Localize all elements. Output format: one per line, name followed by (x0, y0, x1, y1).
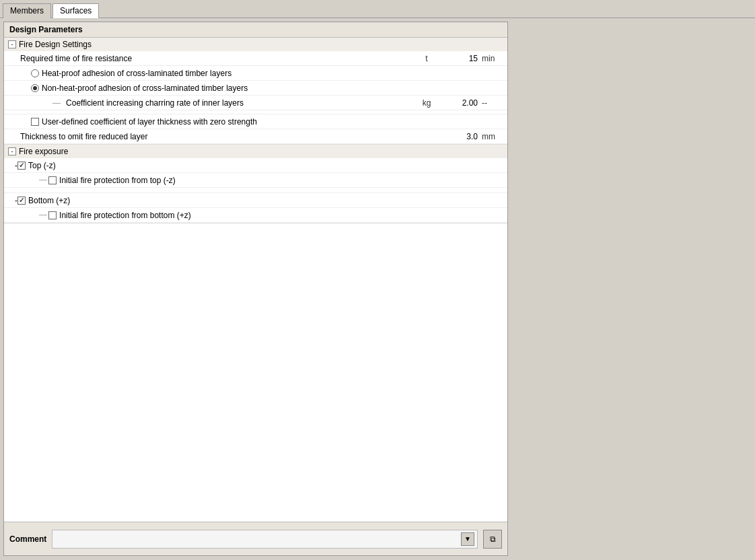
comment-input-area: ▼ (52, 530, 478, 549)
bottom-subsection-header[interactable]: - Bottom (+z) (4, 193, 507, 208)
fire-protection-bottom-row[interactable]: ── Initial fire protection from bottom (… (4, 208, 507, 223)
comment-input[interactable] (55, 534, 461, 544)
heat-proof-row[interactable]: Heat-proof adhesion of cross-laminated t… (4, 66, 507, 81)
top-checkbox[interactable] (17, 162, 26, 170)
right-area (511, 18, 755, 559)
user-defined-coeff-checkbox[interactable] (31, 118, 39, 126)
tree-line-top: ── (39, 176, 47, 184)
bottom-checkbox[interactable] (17, 197, 26, 205)
tabs-bar: Members Surfaces (0, 0, 755, 18)
left-panel: Design Parameters - Fire Design Settings… (3, 22, 508, 556)
top-subsection-header[interactable]: - Top (-z) (4, 158, 507, 173)
charring-rate-row: ── Coefficient increasing charring rate … (4, 96, 507, 110)
fire-protection-top-row[interactable]: ── Initial fire protection from top (-z) (4, 173, 507, 188)
fire-exposure-header[interactable]: - Fire exposure (4, 145, 507, 158)
comment-copy-btn[interactable]: ⧉ (483, 530, 502, 549)
comment-bar: Comment ▼ ⧉ (4, 522, 507, 555)
non-heat-proof-radio[interactable] (31, 84, 39, 92)
heat-proof-radio[interactable] (31, 69, 39, 77)
comment-label: Comment (9, 534, 46, 544)
fire-design-settings-header[interactable]: - Fire Design Settings (4, 38, 507, 51)
exposure-spacer (4, 188, 507, 193)
tab-members[interactable]: Members (3, 3, 51, 18)
fire-protection-bottom-checkbox[interactable] (48, 211, 57, 219)
required-time-row: Required time of fire resistance t 15 mi… (4, 51, 507, 66)
fire-exposure-section: - Fire exposure - Top (-z) ── Initial fi… (4, 145, 507, 223)
comment-dropdown-btn[interactable]: ▼ (461, 532, 474, 546)
panel-content: - Fire Design Settings Required time of … (4, 38, 507, 522)
fire-design-settings-section: - Fire Design Settings Required time of … (4, 38, 507, 145)
main-area: Design Parameters - Fire Design Settings… (0, 18, 755, 559)
thickness-omit-row: Thickness to omit fire reduced layer 3.0… (4, 129, 507, 144)
user-defined-coeff-row[interactable]: User-defined coefficient of layer thickn… (4, 114, 507, 129)
fire-exposure-expand[interactable]: - (8, 147, 16, 155)
tree-line-bottom: ── (39, 211, 47, 219)
panel-header: Design Parameters (4, 22, 507, 38)
tab-surfaces[interactable]: Surfaces (52, 3, 99, 18)
fire-design-settings-expand[interactable]: - (8, 40, 16, 48)
non-heat-proof-row[interactable]: Non-heat-proof adhesion of cross-laminat… (4, 81, 507, 96)
fire-protection-top-checkbox[interactable] (48, 176, 57, 184)
